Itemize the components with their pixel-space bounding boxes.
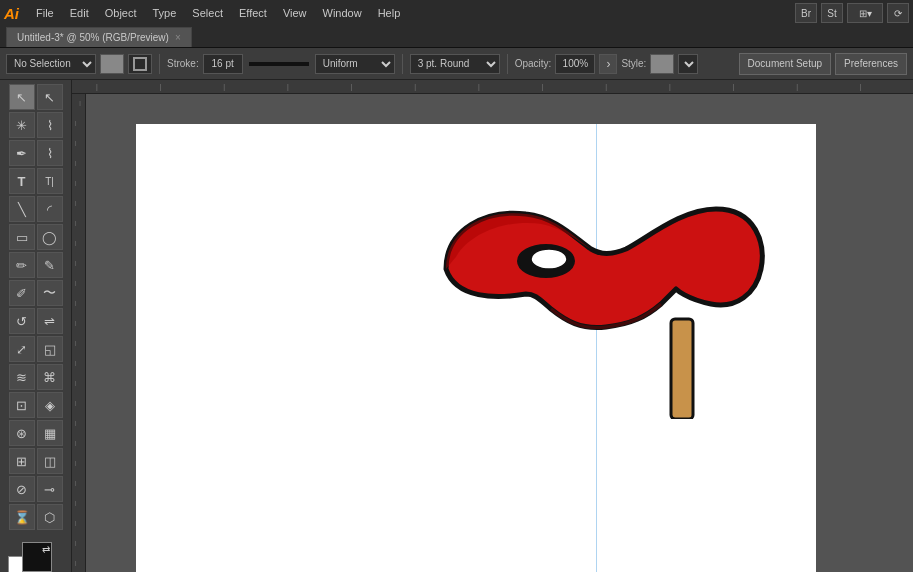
tool-row-1: ↖ ↖ (0, 84, 71, 110)
menu-view[interactable]: View (276, 5, 314, 21)
opacity-label: Opacity: (515, 58, 552, 69)
tool-row-14: ⊞ ◫ (0, 448, 71, 474)
mesh-tool[interactable]: ⊞ (9, 448, 35, 474)
live-paint-tool[interactable]: ⬡ (37, 504, 63, 530)
type-tool[interactable]: T (9, 168, 35, 194)
tab-title: Untitled-3* @ 50% (RGB/Preview) (17, 32, 169, 43)
selection-dropdown[interactable]: No Selection (6, 54, 96, 74)
mask-illustration (426, 189, 766, 421)
tool-row-3: ✒ ⌇ (0, 140, 71, 166)
rectangle-tool[interactable]: ▭ (9, 224, 35, 250)
document-setup-button[interactable]: Document Setup (739, 53, 832, 75)
svg-point-2 (531, 249, 567, 269)
svg-rect-0 (671, 319, 693, 419)
swap-colors[interactable]: ⇄ (42, 544, 50, 555)
ruler-vertical: | | | | | | | | | | | | | | | | | | | | (72, 94, 86, 572)
symbol-sprayer-tool[interactable]: ⊛ (9, 420, 35, 446)
tool-row-11: ≋ ⌘ (0, 364, 71, 390)
bridge-stock-icons: Br St ⊞▾ ⟳ (795, 3, 909, 23)
ellipse-tool[interactable]: ◯ (37, 224, 63, 250)
smooth-tool[interactable]: 〜 (37, 280, 63, 306)
line-tool[interactable]: ╲ (9, 196, 35, 222)
tool-row-13: ⊛ ▦ (0, 420, 71, 446)
workspace-icon[interactable]: ⊞▾ (847, 3, 883, 23)
document-tab[interactable]: Untitled-3* @ 50% (RGB/Preview) × (6, 27, 192, 47)
style-label: Style: (621, 58, 646, 69)
ruler-horizontal: | | | | | | | | | | | | | | | | | | | | … (72, 80, 913, 94)
magic-wand-tool[interactable]: ✳ (9, 112, 35, 138)
direct-selection-tool[interactable]: ↖ (37, 84, 63, 110)
menu-edit[interactable]: Edit (63, 5, 96, 21)
eyedropper-tool[interactable]: ⊘ (9, 476, 35, 502)
stroke-color-box[interactable] (128, 54, 152, 74)
tool-row-16: ⌛ ⬡ (0, 504, 71, 530)
tool-row-5: ╲ ◜ (0, 196, 71, 222)
opacity-input[interactable] (555, 54, 595, 74)
pencil-tool[interactable]: ✐ (9, 280, 35, 306)
paintbrush-tool[interactable]: ✏ (9, 252, 35, 278)
selection-tool[interactable]: ↖ (9, 84, 35, 110)
tab-bar: Untitled-3* @ 50% (RGB/Preview) × (0, 26, 913, 48)
canvas-viewport[interactable] (86, 94, 913, 572)
shear-tool[interactable]: ◱ (37, 336, 63, 362)
mask-svg (426, 189, 766, 419)
scale-tool[interactable]: ⤢ (9, 336, 35, 362)
blend-tool[interactable]: ⌛ (9, 504, 35, 530)
preferences-button[interactable]: Preferences (835, 53, 907, 75)
rotate-tool[interactable]: ↺ (9, 308, 35, 334)
stroke-type-dropdown[interactable]: Uniform Width Profile 1 (315, 54, 395, 74)
blob-brush-tool[interactable]: ✎ (37, 252, 63, 278)
artboard (136, 124, 816, 572)
tool-row-15: ⊘ ⊸ (0, 476, 71, 502)
arc-tool[interactable]: ◜ (37, 196, 63, 222)
stock-icon[interactable]: St (821, 3, 843, 23)
pen-tool[interactable]: ✒ (9, 140, 35, 166)
fill-color-box[interactable] (100, 54, 124, 74)
touch-type-tool[interactable]: T| (37, 168, 63, 194)
menu-select[interactable]: Select (185, 5, 230, 21)
bridge-icon[interactable]: Br (795, 3, 817, 23)
svg-point-3 (538, 252, 550, 260)
stroke-style-dropdown[interactable]: 3 pt. Round Basic (410, 54, 500, 74)
menu-effect[interactable]: Effect (232, 5, 274, 21)
column-graph-tool[interactable]: ▦ (37, 420, 63, 446)
style-dropdown[interactable] (678, 54, 698, 74)
separator-2 (402, 54, 403, 74)
free-transform-tool[interactable]: ⊡ (9, 392, 35, 418)
toolbox: ↖ ↖ ✳ ⌇ ✒ ⌇ T T| ╲ ◜ ▭ ◯ ✏ ✎ ✐ 〜 (0, 80, 72, 572)
color-section: ⊙ ⇄ ⊘ (8, 542, 64, 572)
tool-row-8: ✐ 〜 (0, 280, 71, 306)
app-logo: Ai (4, 5, 19, 22)
color-boxes: ⊙ ⇄ (8, 542, 52, 572)
main-area: ↖ ↖ ✳ ⌇ ✒ ⌇ T T| ╲ ◜ ▭ ◯ ✏ ✎ ✐ 〜 (0, 80, 913, 572)
width-tool[interactable]: ⌘ (37, 364, 63, 390)
tool-row-10: ⤢ ◱ (0, 336, 71, 362)
tool-row-2: ✳ ⌇ (0, 112, 71, 138)
warp-tool[interactable]: ≋ (9, 364, 35, 390)
stroke-value-input[interactable] (203, 54, 243, 74)
tool-row-12: ⊡ ◈ (0, 392, 71, 418)
reflect-tool[interactable]: ⇌ (37, 308, 63, 334)
tool-row-9: ↺ ⇌ (0, 308, 71, 334)
measure-tool[interactable]: ⊸ (37, 476, 63, 502)
puppet-warp-tool[interactable]: ◈ (37, 392, 63, 418)
stroke-preview (249, 62, 309, 66)
menu-object[interactable]: Object (98, 5, 144, 21)
separator-3 (507, 54, 508, 74)
tab-close[interactable]: × (175, 32, 181, 43)
curvature-tool[interactable]: ⌇ (37, 140, 63, 166)
gradient-tool[interactable]: ◫ (37, 448, 63, 474)
menu-window[interactable]: Window (316, 5, 369, 21)
opacity-more-btn[interactable]: › (599, 54, 617, 74)
stroke-label: Stroke: (167, 58, 199, 69)
separator-1 (159, 54, 160, 74)
lasso-tool[interactable]: ⌇ (37, 112, 63, 138)
canvas-area: | | | | | | | | | | | | | | | | | | | | … (72, 80, 913, 572)
tool-row-6: ▭ ◯ (0, 224, 71, 250)
menu-help[interactable]: Help (371, 5, 408, 21)
menu-type[interactable]: Type (146, 5, 184, 21)
menu-file[interactable]: File (29, 5, 61, 21)
tool-row-7: ✏ ✎ (0, 252, 71, 278)
style-box (650, 54, 674, 74)
sync-icon[interactable]: ⟳ (887, 3, 909, 23)
